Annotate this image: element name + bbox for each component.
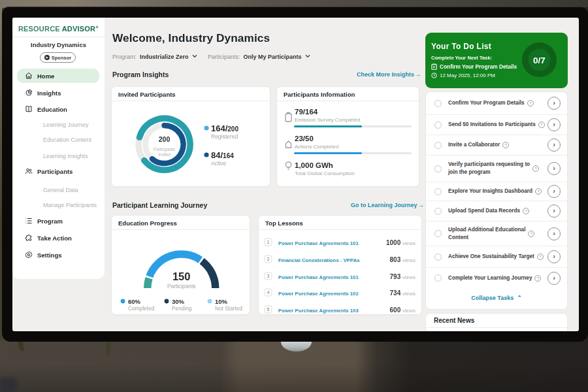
svg-text:600 views: 600 views [390, 306, 416, 314]
svg-text:803 views: 803 views [390, 256, 416, 263]
svg-text:Financial Considerations - VPP: Financial Considerations - VPPAs [278, 257, 360, 263]
svg-text:Completed: Completed [128, 305, 155, 312]
svg-text:4: 4 [267, 290, 270, 295]
svg-text:734 views: 734 views [390, 289, 416, 297]
svg-text:84/164: 84/164 [211, 150, 234, 160]
svg-text:Pending: Pending [172, 305, 192, 312]
svg-text:1,000 GWh: 1,000 GWh [295, 161, 333, 169]
svg-text:30%: 30% [172, 298, 185, 305]
svg-text:Participants: Participants [167, 283, 195, 289]
svg-text:Invited: Invited [158, 152, 171, 157]
svg-text:Power Purchase Agreements 103: Power Purchase Agreements 103 [278, 308, 359, 314]
svg-text:1000 views: 1000 views [386, 239, 416, 246]
svg-text:164/200: 164/200 [211, 123, 238, 133]
svg-text:5: 5 [267, 307, 270, 312]
svg-text:Power Purchase Agreements 101: Power Purchase Agreements 101 [278, 274, 359, 280]
svg-text:Total Global Consumption: Total Global Consumption [295, 171, 355, 176]
svg-text:Actions Completed: Actions Completed [295, 144, 338, 150]
svg-text:793 views: 793 views [390, 273, 416, 280]
svg-text:200: 200 [159, 135, 171, 143]
svg-text:Power Purchase Agreements 101: Power Purchase Agreements 101 [278, 240, 359, 246]
svg-text:0/7: 0/7 [533, 56, 546, 65]
svg-text:150: 150 [172, 270, 191, 282]
svg-text:Power Purchase Agreements 102: Power Purchase Agreements 102 [278, 291, 359, 297]
svg-text:23/50: 23/50 [295, 135, 314, 142]
svg-text:10%: 10% [215, 298, 228, 305]
svg-text:60%: 60% [128, 298, 141, 305]
svg-text:Not Started: Not Started [215, 305, 242, 312]
svg-text:3: 3 [267, 274, 270, 278]
svg-text:Emission Survey Completed: Emission Survey Completed [295, 117, 360, 123]
svg-text:79/164: 79/164 [295, 108, 318, 116]
svg-text:Participants: Participants [154, 147, 175, 152]
svg-text:2: 2 [267, 257, 270, 261]
svg-text:Active: Active [211, 160, 226, 167]
svg-text:Registered: Registered [211, 133, 238, 140]
svg-text:1: 1 [267, 240, 270, 244]
